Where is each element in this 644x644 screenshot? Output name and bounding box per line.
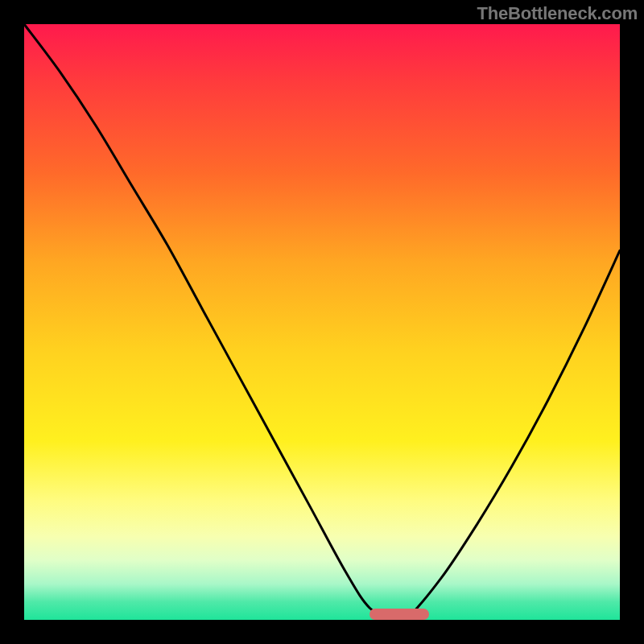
curve-path	[24, 24, 620, 623]
plot-area	[24, 24, 620, 620]
optimal-range-marker	[369, 609, 429, 620]
chart-frame: TheBottleneck.com	[0, 0, 644, 644]
bottleneck-curve	[24, 24, 620, 620]
watermark-text: TheBottleneck.com	[477, 3, 638, 24]
